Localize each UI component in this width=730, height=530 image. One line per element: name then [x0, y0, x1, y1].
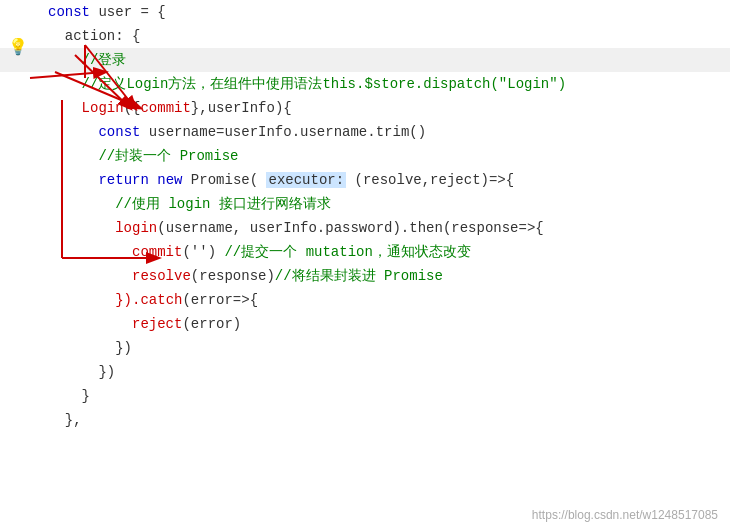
line-content: },: [40, 408, 730, 432]
plain-token: [149, 172, 157, 188]
plain-token: [48, 268, 132, 284]
code-line: commit('') //提交一个 mutation，通知状态改变: [0, 240, 730, 264]
code-line: const user = {: [0, 0, 730, 24]
line-content: resolve(response)//将结果封装进 Promise: [40, 264, 730, 288]
kw-token: new: [157, 172, 182, 188]
watermark: https://blog.csdn.net/w1248517085: [532, 508, 718, 522]
plain-token: [48, 52, 82, 68]
plain-token: (error): [182, 316, 241, 332]
code-line: }): [0, 336, 730, 360]
plain-token: (error=>{: [182, 292, 258, 308]
code-line: Login({commit},userInfo){: [0, 96, 730, 120]
plain-token: [48, 292, 115, 308]
cm-token: //定义Login方法，在组件中使用语法this.$store.dispatch…: [82, 76, 566, 92]
line-content: const username=userInfo.username.trim(): [40, 120, 730, 144]
code-line: }).catch(error=>{: [0, 288, 730, 312]
plain-token: (resolve,reject)=>{: [346, 172, 514, 188]
code-line: resolve(response)//将结果封装进 Promise: [0, 264, 730, 288]
cm-token: //封装一个 Promise: [98, 148, 238, 164]
cm-token: //使用 login 接口进行网络请求: [115, 196, 331, 212]
line-content: }: [40, 384, 730, 408]
plain-token: [48, 100, 82, 116]
plain-token: }): [48, 364, 115, 380]
code-line: action: {: [0, 24, 730, 48]
line-content: //封装一个 Promise: [40, 144, 730, 168]
code-line: //封装一个 Promise: [0, 144, 730, 168]
line-content: }): [40, 360, 730, 384]
plain-token: Promise(: [182, 172, 266, 188]
plain-token: [48, 148, 98, 164]
kw-token: const: [98, 124, 140, 140]
plain-token: [48, 244, 132, 260]
line-content: Login({commit},userInfo){: [40, 96, 730, 120]
code-line: }): [0, 360, 730, 384]
fn-token: Login: [82, 100, 124, 116]
plain-token: = {: [132, 4, 166, 20]
plain-token: }): [48, 340, 132, 356]
plain-token: }: [48, 388, 90, 404]
line-content: }): [40, 336, 730, 360]
line-content: commit('') //提交一个 mutation，通知状态改变: [40, 240, 730, 264]
plain-token: action: {: [48, 28, 140, 44]
code-line: return new Promise( executor: (resolve,r…: [0, 168, 730, 192]
cm-token: //将结果封装进 Promise: [275, 268, 443, 284]
line-content: }).catch(error=>{: [40, 288, 730, 312]
line-content: const user = {: [40, 0, 730, 24]
executor-highlight: executor:: [266, 172, 346, 188]
plain-token: },: [48, 412, 82, 428]
plain-token: [48, 172, 98, 188]
code-editor: const user = { action: {💡 //登录 //定义Login…: [0, 0, 730, 530]
line-content: action: {: [40, 24, 730, 48]
code-line: 💡 //登录: [0, 48, 730, 72]
plain-token: [48, 220, 115, 236]
kw-token: const: [48, 4, 90, 20]
fn-token: login: [115, 220, 157, 236]
fn-token: }).catch: [115, 292, 182, 308]
line-content: login(username, userInfo.password).then(…: [40, 216, 730, 240]
code-line: const username=userInfo.username.trim(): [0, 120, 730, 144]
line-content: //定义Login方法，在组件中使用语法this.$store.dispatch…: [40, 72, 730, 96]
line-content: reject(error): [40, 312, 730, 336]
line-content: return new Promise( executor: (resolve,r…: [40, 168, 730, 192]
plain-token: [48, 196, 115, 212]
plain-token: [48, 124, 98, 140]
plain-token: (username, userInfo.password).then(respo…: [157, 220, 543, 236]
plain-token: (''): [182, 244, 224, 260]
fn-token: resolve: [132, 268, 191, 284]
plain-token: [48, 76, 82, 92]
fn-token: commit: [132, 244, 182, 260]
plain-token: },: [191, 100, 208, 116]
fn-token: reject: [132, 316, 182, 332]
fn-token: commit: [140, 100, 190, 116]
plain-token: (: [124, 100, 132, 116]
line-content: //使用 login 接口进行网络请求: [40, 192, 730, 216]
plain-token: (response): [191, 268, 275, 284]
code-line: }: [0, 384, 730, 408]
plain-token: userInfo){: [208, 100, 292, 116]
code-line: },: [0, 408, 730, 432]
code-line: //使用 login 接口进行网络请求: [0, 192, 730, 216]
line-content: //登录: [40, 48, 730, 72]
code-line: reject(error): [0, 312, 730, 336]
code-line: login(username, userInfo.password).then(…: [0, 216, 730, 240]
plain-token: username=userInfo.username.trim(): [140, 124, 426, 140]
cm-token: //提交一个 mutation，通知状态改变: [224, 244, 470, 260]
plain-token: [48, 316, 132, 332]
kw-token: return: [98, 172, 148, 188]
cm-token: //登录: [82, 52, 127, 68]
plain-token: user: [98, 4, 132, 20]
code-line: //定义Login方法，在组件中使用语法this.$store.dispatch…: [0, 72, 730, 96]
lightbulb-icon: 💡: [8, 36, 28, 60]
